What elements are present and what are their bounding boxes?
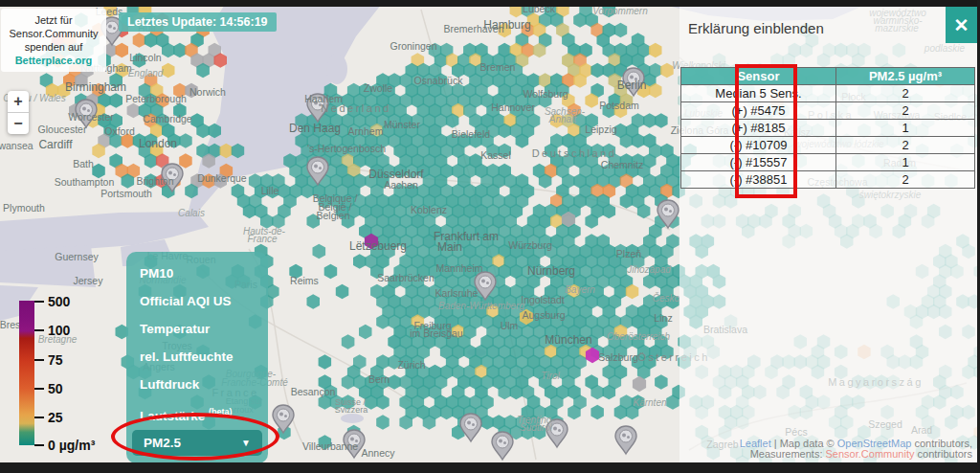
betterplace-link[interactable]: Betterplace.org	[3, 54, 104, 67]
map-label: Freiburg	[413, 320, 451, 331]
layer-item-pm10[interactable]: PM10	[126, 252, 268, 287]
sensor-community-link[interactable]: Sensor.Community	[826, 448, 915, 460]
value-cell: 2	[836, 171, 975, 189]
map-label: Bern	[368, 373, 390, 385]
value-cell: 1	[836, 154, 975, 171]
map-label: Ulm	[501, 320, 519, 331]
value-cell: 2	[836, 102, 975, 120]
color-gradient-bar	[19, 301, 34, 445]
map-label: 's-Hertogenbosch	[307, 143, 386, 154]
map-label: Deutschland	[532, 147, 617, 159]
table-row: (+) #5475 2	[681, 102, 975, 120]
map-label: Chemnitz	[601, 159, 643, 170]
last-update-badge: Letztes Update: 14:56:19	[119, 12, 277, 32]
map-pin-icon[interactable]	[307, 94, 328, 122]
table-row: (-) #38851 2	[681, 171, 975, 189]
map-label: Suisse /	[335, 397, 366, 407]
map-label: Augsburg	[523, 309, 566, 321]
map-label: Leipzig	[585, 124, 616, 135]
map-label: Dunkerque	[197, 172, 246, 184]
map-label: Main	[437, 240, 462, 254]
map-pin-icon[interactable]	[162, 164, 183, 191]
legend-label: 0 µg/m³	[48, 438, 95, 453]
map-label: Cambridge	[143, 113, 191, 124]
map-label: Tirol	[541, 371, 559, 381]
map-pin-icon[interactable]	[623, 68, 644, 96]
map-label: Bremerhaven	[443, 23, 503, 34]
legend-tick	[34, 301, 44, 303]
map-label: Kassel	[480, 149, 511, 161]
map-label: Münster	[384, 119, 420, 130]
map-pin-icon[interactable]	[344, 430, 365, 458]
map-label: Frankfurt am	[434, 230, 499, 243]
map-label: Wolfsburg	[523, 88, 568, 100]
map-pin-icon[interactable]	[273, 405, 294, 433]
map-label: Aachen	[384, 179, 418, 191]
map-label: Kärnten	[633, 397, 666, 408]
map-label: Zürich	[397, 359, 425, 371]
map-label: Cardiff	[38, 138, 72, 151]
map-pin-icon[interactable]	[307, 157, 328, 185]
map-label: München	[545, 333, 591, 347]
map-label: Lëtzebuerg	[349, 239, 407, 253]
map-label: Plymouth	[3, 202, 45, 214]
map-label: Arnhem	[348, 125, 384, 137]
explanation-panel: Erklärung einblenden ✕ Sensor PM2.5 µg/m…	[679, 7, 977, 462]
map-label: Berlin	[617, 79, 647, 92]
legend-tick	[34, 388, 44, 390]
map-label: Belgien	[316, 210, 349, 221]
map-label: Osnabrück	[414, 75, 463, 86]
legend-tick	[34, 417, 44, 418]
map-pin-icon[interactable]	[460, 414, 481, 441]
map-label: Karlsruhe	[435, 287, 479, 299]
zoom-in-button[interactable]: +	[8, 91, 29, 113]
legend-tick	[34, 359, 44, 361]
attribution-text: Measurements:	[750, 448, 826, 460]
legend-label: 50	[48, 381, 63, 396]
table-row: (-) #10709 2	[681, 137, 975, 154]
map-label: Haarlem	[304, 93, 343, 104]
map-pin-icon[interactable]	[492, 432, 513, 460]
map-label: Guernsey	[55, 251, 99, 262]
layer-item-temperatur[interactable]: Temperatur	[126, 315, 268, 343]
map-pin-icon[interactable]	[657, 200, 679, 228]
zoom-control[interactable]: + −	[8, 91, 29, 134]
map-label: Oxford	[104, 125, 135, 137]
layer-item-aqi-us[interactable]: Official AQI US	[126, 287, 268, 315]
panel-title[interactable]: Erklärung einblenden	[688, 20, 824, 36]
map-label: Birmingham	[65, 80, 126, 94]
zoom-out-button[interactable]: −	[8, 113, 29, 134]
map-pin-icon[interactable]	[475, 272, 496, 300]
table-row: (-) #15557 1	[681, 154, 975, 171]
map-label: Saarbrücken	[377, 272, 434, 283]
map-pin-icon[interactable]	[546, 419, 568, 447]
layer-item-luftdruck[interactable]: Luftdruck	[126, 371, 268, 398]
map-label: Nürnberg	[527, 264, 575, 278]
map-label: Hauts-de-	[243, 226, 285, 236]
value-cell: 1	[836, 120, 975, 137]
map-label: Reims	[290, 275, 319, 286]
map-label: England	[128, 68, 164, 79]
legend-label: 500	[48, 294, 70, 309]
donation-line: Jetzt für	[3, 13, 104, 27]
map-label: Koblenz	[411, 204, 447, 215]
map-pin-icon[interactable]	[615, 426, 636, 454]
map-label: Plzeň	[616, 248, 641, 259]
value-cell: 2	[836, 137, 975, 154]
map-label: Calais	[178, 208, 205, 218]
map-label: Portsmouth	[100, 188, 152, 199]
map-label: Groningen	[390, 40, 436, 52]
map-label: Bremen	[480, 61, 516, 73]
color-scale-legend: 500 100 75 50 25 0 µg/m³	[0, 287, 115, 460]
map-label: Bielefeld	[452, 128, 490, 140]
map-label: Oberösterreich	[607, 331, 670, 342]
donation-line: spenden auf	[3, 40, 104, 54]
table-row: Median 5 Sens. 2	[681, 85, 975, 102]
map-pin-icon[interactable]	[76, 100, 97, 127]
close-icon[interactable]: ✕	[946, 7, 977, 43]
map-label: Den Haag	[289, 122, 341, 135]
map-label: Nederland	[321, 102, 390, 114]
map-label: Norwich	[189, 86, 226, 98]
layer-item-luftfeuchte[interactable]: rel. Luftfeuchte	[126, 343, 268, 371]
map-label: Baden-Württemberg	[438, 301, 524, 311]
